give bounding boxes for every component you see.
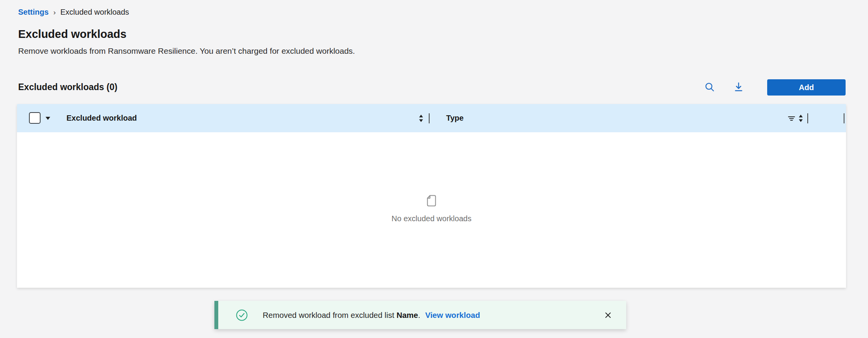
column-header-excluded-workload[interactable]: Excluded workload <box>66 104 137 132</box>
toast-message: Removed workload from excluded list Name… <box>263 311 480 320</box>
empty-state-message: No excluded workloads <box>17 214 846 223</box>
page-description: Remove workloads from Ransomware Resilie… <box>18 46 355 56</box>
column-divider <box>844 113 844 123</box>
close-icon[interactable] <box>602 309 614 321</box>
breadcrumb: Settings › Excluded workloads <box>18 8 129 17</box>
check-circle-icon <box>236 309 248 321</box>
chevron-right-icon: › <box>53 8 56 17</box>
add-button[interactable]: Add <box>767 79 846 96</box>
toast-workload-name: Name <box>396 311 418 319</box>
download-icon[interactable] <box>732 80 745 94</box>
column-header-type[interactable]: Type <box>446 104 464 132</box>
section-title: Excluded workloads (0) <box>18 82 117 92</box>
column-divider <box>807 113 808 123</box>
sort-arrows-icon[interactable] <box>798 114 803 123</box>
breadcrumb-settings-link[interactable]: Settings <box>18 8 49 17</box>
toast-message-prefix: Removed workload from excluded list <box>263 311 396 319</box>
view-workload-link[interactable]: View workload <box>425 311 480 319</box>
table-body: No excluded workloads <box>17 132 846 288</box>
chevron-down-icon[interactable] <box>46 117 50 120</box>
select-all-checkbox[interactable] <box>29 112 41 124</box>
sort-arrows-icon[interactable] <box>418 114 424 123</box>
toast-status-bar <box>214 301 218 329</box>
toast-message-suffix: . <box>418 311 420 319</box>
column-divider <box>429 113 430 123</box>
document-icon <box>424 203 439 209</box>
page-title: Excluded workloads <box>18 28 126 41</box>
search-icon[interactable] <box>703 80 716 94</box>
excluded-workloads-table: Excluded workload Type <box>17 104 846 288</box>
table-header-row: Excluded workload Type <box>17 104 846 132</box>
filter-icon[interactable] <box>788 114 795 122</box>
breadcrumb-current: Excluded workloads <box>60 8 129 17</box>
excluded-workloads-page: Settings › Excluded workloads Excluded w… <box>0 0 868 338</box>
toast-notification: Removed workload from excluded list Name… <box>214 301 626 329</box>
empty-state: No excluded workloads <box>17 193 846 223</box>
